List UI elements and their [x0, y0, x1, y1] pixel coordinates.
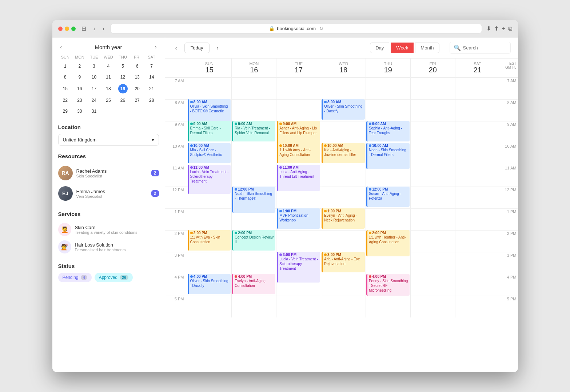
calendar-event[interactable]: 9:00 AM Emma - Skil Care - Dermal Filler…	[188, 121, 231, 141]
day-column-cell[interactable]	[455, 252, 500, 274]
mini-cal-day[interactable]: 8	[58, 72, 73, 83]
mini-cal-day[interactable]: 15	[58, 83, 73, 95]
calendar-event[interactable]: 3:00 PM Aria - Anti-Aging - Eye Rejuvena…	[322, 252, 365, 272]
day-column-cell[interactable]	[410, 99, 455, 121]
mini-cal-day[interactable]: 4	[101, 61, 116, 72]
cal-prev-button[interactable]: ‹	[172, 43, 180, 53]
calendar-event[interactable]: 10:00 AM Kia - Anti-Aging - Jawline derm…	[322, 143, 365, 163]
cal-next-button[interactable]: ›	[214, 43, 222, 53]
calendar-event[interactable]: 3:00 PM Lucia - Vein Treatment - Sclerot…	[277, 252, 320, 283]
day-header-cell[interactable]: SUN15	[187, 59, 232, 77]
day-column-cell[interactable]	[321, 296, 366, 317]
calendar-event[interactable]: 11:00 AM Lucia - Vein Treatment - Sclero…	[188, 165, 231, 194]
day-column-cell[interactable]	[410, 230, 455, 252]
day-column-cell[interactable]	[455, 187, 500, 208]
calendar-event[interactable]: 9:00 AM Ria - Vein Treatment - Spider Ve…	[232, 121, 275, 141]
day-column-cell[interactable]	[455, 296, 500, 317]
mini-cal-day[interactable]: 21	[144, 83, 159, 95]
mini-cal-day[interactable]: 13	[130, 72, 144, 83]
day-column-cell[interactable]	[231, 143, 276, 165]
mini-cal-day[interactable]: 29	[58, 106, 73, 117]
sidebar-toggle-icon[interactable]: ⊞	[80, 24, 88, 33]
maximize-button[interactable]	[71, 27, 76, 31]
day-column-cell[interactable]	[276, 296, 321, 317]
day-column-cell[interactable]	[231, 77, 276, 99]
mini-cal-day[interactable]: 25	[101, 95, 116, 106]
search-area[interactable]: 🔍	[450, 42, 511, 54]
new-tab-icon[interactable]: +	[502, 25, 505, 32]
day-column-cell[interactable]	[410, 121, 455, 143]
day-column-cell[interactable]	[410, 274, 455, 296]
day-column-cell[interactable]	[366, 296, 410, 317]
calendar-event[interactable]: 2:00 PM 1:1 with Eva - Skin Consultation	[188, 230, 231, 251]
day-column-cell[interactable]	[187, 208, 232, 230]
forward-button[interactable]: ›	[101, 25, 106, 33]
day-column-cell[interactable]	[410, 77, 455, 99]
day-column-cell[interactable]	[366, 77, 410, 99]
day-column-cell[interactable]	[276, 99, 321, 121]
mini-cal-day[interactable]: 3	[87, 61, 101, 72]
day-column-cell[interactable]	[187, 77, 232, 99]
day-column-cell[interactable]	[231, 99, 276, 121]
mini-cal-day[interactable]: 16	[72, 83, 87, 95]
calendar-event[interactable]: 1:00 PM MVP Prioritization Workshop	[277, 208, 320, 229]
day-column-cell[interactable]	[321, 121, 366, 143]
day-column-cell[interactable]	[321, 165, 366, 187]
minimize-button[interactable]	[65, 27, 69, 31]
day-header-cell[interactable]: THU19	[366, 59, 410, 77]
mini-cal-day[interactable]: 17	[87, 83, 101, 95]
mini-cal-day[interactable]: 10	[87, 72, 101, 83]
mini-cal-day[interactable]: 23	[72, 95, 87, 106]
day-column-cell[interactable]	[410, 252, 455, 274]
day-column-cell[interactable]	[231, 252, 276, 274]
day-header-cell[interactable]: FRI20	[410, 59, 455, 77]
calendar-event[interactable]: 12:00 PM Susan - Anti-Aging - Potenza	[366, 187, 410, 207]
day-column-cell[interactable]	[276, 230, 321, 252]
search-input[interactable]	[463, 45, 507, 51]
day-column-cell[interactable]	[410, 165, 455, 187]
day-column-cell[interactable]	[455, 165, 500, 187]
day-column-cell[interactable]	[455, 208, 500, 230]
mini-cal-day[interactable]: 6	[130, 61, 144, 72]
mini-cal-day[interactable]: 7	[144, 61, 159, 72]
close-button[interactable]	[58, 27, 63, 31]
service-item[interactable]: 💆 Skin Care Treating a variety of skin c…	[58, 221, 159, 238]
mini-cal-day[interactable]: 12	[116, 72, 130, 83]
calendar-event[interactable]: 10:00 AM 1:1 with Amy - Anti-Aging Consu…	[277, 143, 320, 163]
calendar-event[interactable]: 9:00 AM Sophia - Anti-Aging - Tear Troug…	[366, 121, 410, 141]
share-icon[interactable]: ⬆	[494, 25, 499, 32]
day-column-cell[interactable]	[231, 296, 276, 317]
address-bar[interactable]: 🔒 bookingsocial.com ↻	[110, 24, 482, 33]
pending-badge[interactable]: Pending 4	[58, 273, 92, 282]
mini-cal-day[interactable]: 18	[101, 83, 116, 95]
mini-cal-day[interactable]: 28	[144, 95, 159, 106]
mini-cal-day[interactable]: 22	[58, 95, 73, 106]
calendar-event[interactable]: 12:00 PM Noah - Skin Smoothing - Thermag…	[232, 187, 275, 213]
mini-cal-day[interactable]: 20	[130, 83, 144, 95]
month-view-button[interactable]: Month	[415, 43, 439, 53]
day-header-cell[interactable]: MON16	[231, 59, 276, 77]
day-column-cell[interactable]	[187, 296, 232, 317]
calendar-event[interactable]: 2:00 PM Concept Design Review II	[232, 230, 275, 251]
resource-item[interactable]: RA Rachel Adams Skin Specialist 2	[58, 163, 159, 183]
day-column-cell[interactable]	[187, 252, 232, 274]
calendar-event[interactable]: 4:00 PM Oliver - Skin Smoothing - Daxxif…	[188, 274, 231, 294]
week-view-button[interactable]: Week	[391, 43, 414, 53]
calendar-event[interactable]: 10:00 AM Mia - Skil Care - Sculptra® Aes…	[188, 143, 231, 163]
tabs-icon[interactable]: ⧉	[508, 25, 512, 32]
mini-cal-day[interactable]: 9	[72, 72, 87, 83]
calendar-event[interactable]: 4:00 PM Penny - Skin Smoothing - Secret …	[366, 274, 410, 296]
download-icon[interactable]: ⬇	[486, 25, 491, 32]
day-column-cell[interactable]	[321, 274, 366, 296]
day-column-cell[interactable]	[321, 230, 366, 252]
day-column-cell[interactable]	[455, 274, 500, 296]
day-column-cell[interactable]	[410, 143, 455, 165]
mini-cal-day[interactable]: 30	[72, 106, 87, 117]
calendar-event[interactable]: 2:00 PM 1:1 with Heather - Anti-Aging Co…	[366, 230, 410, 256]
day-column-cell[interactable]	[410, 296, 455, 317]
mini-cal-day[interactable]: 2	[72, 61, 87, 72]
day-column-cell[interactable]	[321, 187, 366, 208]
day-column-cell[interactable]	[455, 99, 500, 121]
day-column-cell[interactable]	[366, 99, 410, 121]
cal-grid-container[interactable]: SUN15MON16TUE17WED18THU19FRI20SAT21 EST …	[165, 59, 518, 372]
